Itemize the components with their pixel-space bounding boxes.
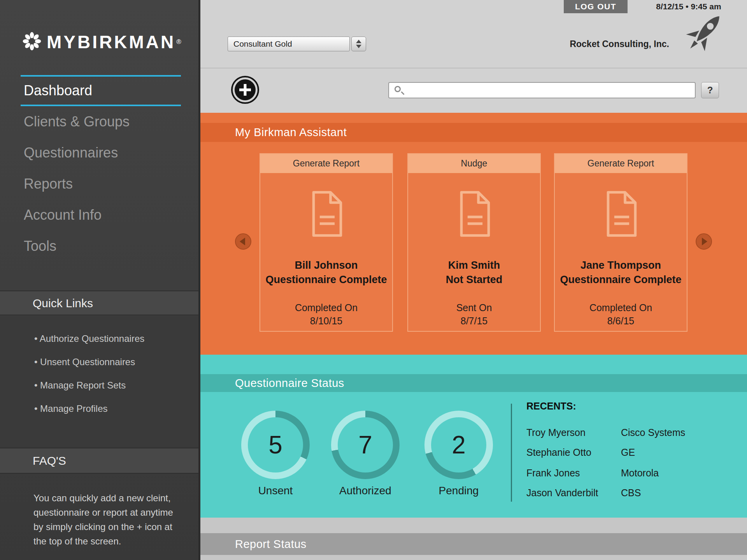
sidebar-item-reports[interactable]: Reports xyxy=(21,168,181,200)
assistant-card: Generate Report Jane Thompson Questionna… xyxy=(554,153,687,332)
assistant-card: Nudge Kim Smith Not Started Sent On 8/7/… xyxy=(407,153,541,332)
card-person-name: Bill Johnson xyxy=(260,258,392,272)
unsent-label: Unsent xyxy=(241,485,310,497)
assistant-section-header: My Birkman Assistant xyxy=(200,123,747,142)
authorized-count: 7 xyxy=(338,417,393,472)
card-date: 8/10/15 xyxy=(260,314,392,327)
plus-icon xyxy=(235,79,256,100)
card-date: 8/6/15 xyxy=(555,314,687,327)
add-new-button[interactable] xyxy=(231,76,259,104)
sidebar-item-dashboard[interactable]: Dashboard xyxy=(21,77,181,105)
bottom-gap xyxy=(200,555,747,560)
recent-name: Jason Vanderbilt xyxy=(526,486,598,499)
recent-company: Cisco Systems xyxy=(621,426,685,439)
assistant-section-title: My Birkman Assistant xyxy=(235,123,347,142)
unsent-donut-chart: 5 xyxy=(241,411,310,479)
recents-title: RECENTS: xyxy=(526,400,576,412)
card-date-label: Completed On xyxy=(555,301,687,314)
recent-company: CBS xyxy=(621,486,641,499)
card-date-label: Completed On xyxy=(260,301,392,314)
card-status: Questionnaire Complete xyxy=(555,273,687,287)
carousel-next-button[interactable] xyxy=(696,233,712,250)
recent-name: Troy Myerson xyxy=(526,426,586,439)
pending-count: 2 xyxy=(431,417,486,472)
company-name: Rocket Consulting, Inc. xyxy=(498,37,669,51)
left-arrow-icon xyxy=(240,238,245,245)
questionnaire-status-title: Questionnaire Status xyxy=(235,374,344,392)
faq-header: FAQ'S xyxy=(0,448,198,474)
faq-help-text: You can quickly add a new cleint, questi… xyxy=(33,491,181,548)
registered-mark: ® xyxy=(176,38,181,46)
quick-links-header: Quick Links xyxy=(0,290,198,315)
pending-donut-chart: 2 xyxy=(424,411,493,479)
app-logo: MYBIRKMAN ® xyxy=(22,31,181,53)
quick-links-list: Authorize Questionnaires Unsent Question… xyxy=(0,316,198,448)
search-icon xyxy=(395,86,401,92)
logo-wordmark: MYBIRKMAN xyxy=(47,32,175,52)
quick-link-manage-profiles[interactable]: Manage Profiles xyxy=(34,402,108,415)
main-content: LOG OUT 8/12/15 • 9:45 am Consultant Gol… xyxy=(200,0,747,560)
sidebar-nav: Dashboard Clients & Groups Questionnaire… xyxy=(21,75,181,262)
card-action-button[interactable]: Generate Report xyxy=(260,154,392,173)
quick-links-title: Quick Links xyxy=(33,291,198,315)
questionnaire-status-section: Questionnaire Status 5 7 2 Unsent Author… xyxy=(200,355,747,518)
right-arrow-icon xyxy=(702,238,707,245)
header-divider xyxy=(200,68,747,68)
quick-link-manage-report-sets[interactable]: Manage Report Sets xyxy=(34,379,126,392)
help-button[interactable]: ? xyxy=(701,82,719,98)
section-gap xyxy=(200,518,747,533)
card-date: 8/7/15 xyxy=(408,314,540,327)
sidebar-item-tools[interactable]: Tools xyxy=(21,231,181,262)
report-status-title: Report Status xyxy=(235,533,307,555)
card-date-label: Sent On xyxy=(408,301,540,314)
sidebar-item-clients-groups[interactable]: Clients & Groups xyxy=(21,106,181,137)
faq-title: FAQ'S xyxy=(33,448,198,473)
recents-divider xyxy=(511,404,512,502)
account-select-stepper[interactable] xyxy=(351,37,366,51)
sidebar-item-account-info[interactable]: Account Info xyxy=(21,200,181,231)
carousel-prev-button[interactable] xyxy=(235,233,251,250)
document-icon xyxy=(301,188,352,240)
card-action-button[interactable]: Generate Report xyxy=(555,154,687,173)
report-status-header: Report Status xyxy=(200,533,747,555)
assistant-section: My Birkman Assistant Generate Report Bil… xyxy=(200,113,747,355)
sidebar: MYBIRKMAN ® Dashboard Clients & Groups Q… xyxy=(0,0,200,560)
assistant-card: Generate Report Bill Johnson Questionnai… xyxy=(260,153,393,332)
stepper-down-icon xyxy=(356,45,361,48)
card-person-name: Kim Smith xyxy=(408,258,540,272)
sidebar-item-questionnaires[interactable]: Questionnaires xyxy=(21,137,181,168)
card-status: Questionnaire Complete xyxy=(260,273,392,287)
recent-company: GE xyxy=(621,446,635,458)
search-input[interactable] xyxy=(407,83,691,98)
questionnaire-status-header: Questionnaire Status xyxy=(200,374,747,392)
recent-name: Stephanie Otto xyxy=(526,446,591,458)
search-box xyxy=(388,82,696,98)
card-person-name: Jane Thompson xyxy=(555,258,687,272)
recent-name: Frank Jones xyxy=(526,467,580,479)
card-status: Not Started xyxy=(408,273,540,287)
stepper-up-icon xyxy=(356,40,361,43)
account-select[interactable]: Consultant Gold xyxy=(228,37,350,51)
document-icon xyxy=(595,188,647,240)
account-dropdown: Consultant Gold xyxy=(228,37,366,51)
recent-company: Motorola xyxy=(621,467,659,479)
birkman-flower-icon xyxy=(22,31,42,53)
quick-link-authorize-questionnaires[interactable]: Authorize Questionnaires xyxy=(34,332,144,345)
card-action-button[interactable]: Nudge xyxy=(408,154,540,173)
unsent-count: 5 xyxy=(248,417,303,472)
quick-link-unsent-questionnaires[interactable]: Unsent Questionnaires xyxy=(34,356,135,368)
logout-button[interactable]: LOG OUT xyxy=(564,0,628,13)
document-icon xyxy=(449,188,500,240)
pending-label: Pending xyxy=(424,485,493,497)
authorized-donut-chart: 7 xyxy=(331,411,400,479)
rocket-logo-icon xyxy=(680,9,728,58)
authorized-label: Authorized xyxy=(331,485,400,497)
